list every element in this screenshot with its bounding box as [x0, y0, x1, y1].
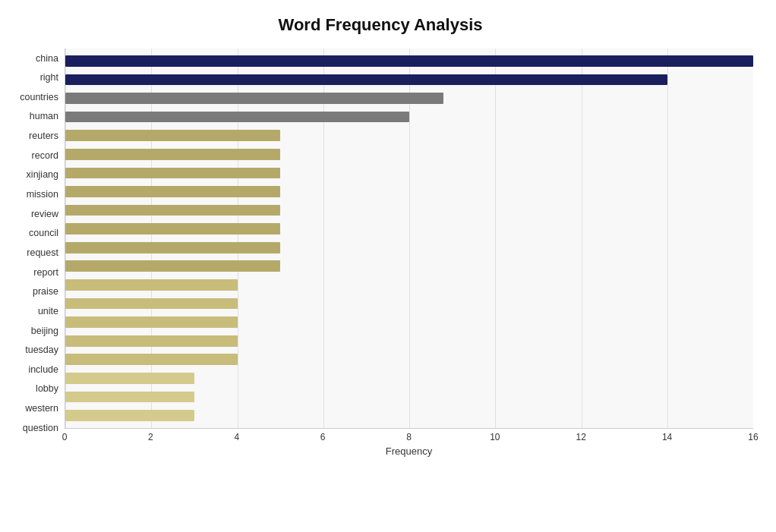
bar — [65, 168, 280, 179]
x-tick-label: 14 — [662, 432, 672, 442]
y-axis-label: report — [33, 268, 58, 278]
y-axis-label: praise — [33, 287, 58, 297]
y-axis-label: mission — [27, 190, 58, 200]
y-axis: chinarightcountrieshumanreutersrecordxin… — [8, 49, 65, 459]
bar-row — [65, 332, 753, 351]
bar-row — [65, 182, 753, 201]
bar — [65, 260, 280, 272]
y-axis-label: reuters — [29, 131, 58, 141]
bar-row — [65, 164, 753, 183]
bar-row — [65, 219, 753, 238]
bars-wrapper — [65, 49, 753, 429]
bar — [65, 335, 238, 347]
y-axis-label: right — [40, 73, 58, 83]
x-tick-label: 6 — [320, 432, 326, 442]
bar — [65, 74, 667, 86]
x-tick-label: 8 — [406, 432, 412, 442]
bar-row — [65, 257, 753, 276]
bar — [65, 392, 194, 403]
x-axis-label: Frequency — [65, 445, 753, 459]
x-tick-label: 2 — [148, 432, 153, 442]
y-axis-label: review — [31, 209, 58, 219]
x-tick-label: 10 — [490, 432, 500, 442]
y-axis-label: tuesday — [25, 345, 58, 355]
bar — [65, 130, 280, 141]
bar — [65, 186, 280, 197]
bar — [65, 316, 238, 328]
y-axis-label: human — [30, 112, 58, 121]
bar — [65, 242, 280, 253]
y-axis-label: request — [27, 248, 58, 258]
x-axis: Frequency 0246810121416 — [65, 429, 753, 459]
x-tick-label: 4 — [234, 432, 239, 442]
bar — [65, 298, 238, 310]
bar — [65, 279, 238, 291]
bar-row — [65, 369, 753, 388]
bar-row — [65, 388, 753, 407]
x-tick-label: 16 — [748, 432, 758, 442]
bars-inner — [65, 49, 753, 428]
y-axis-label: include — [28, 365, 58, 375]
bar-row — [65, 145, 753, 164]
bar-row — [65, 294, 753, 313]
bar-row — [65, 89, 753, 108]
bar — [65, 112, 409, 123]
bar-row — [65, 71, 753, 90]
bar-row — [65, 275, 753, 294]
bar — [65, 149, 280, 160]
bar — [65, 354, 238, 365]
bar — [65, 205, 280, 216]
x-tick-label: 0 — [62, 432, 68, 442]
bars-and-xaxis: Frequency 0246810121416 — [65, 49, 753, 459]
y-axis-label: beijing — [31, 326, 58, 336]
y-axis-label: western — [25, 404, 58, 414]
chart-title: Word Frequency Analysis — [8, 15, 753, 35]
bar — [65, 410, 194, 421]
bar-row — [65, 406, 753, 425]
chart-area: chinarightcountrieshumanreutersrecordxin… — [8, 49, 753, 459]
bar-row — [65, 52, 753, 71]
y-axis-label: record — [32, 151, 58, 161]
y-axis-label: countries — [20, 93, 58, 102]
bar-row — [65, 201, 753, 220]
bar-row — [65, 108, 753, 127]
bar — [65, 93, 443, 104]
y-axis-label: question — [23, 423, 58, 433]
y-axis-label: unite — [38, 307, 58, 316]
y-axis-label: lobby — [36, 384, 58, 394]
bar-row — [65, 351, 753, 370]
x-tick-label: 12 — [576, 432, 586, 442]
bar — [65, 373, 194, 384]
bar-row — [65, 238, 753, 257]
bar-row — [65, 126, 753, 145]
bar-row — [65, 313, 753, 332]
y-axis-label: xinjiang — [27, 170, 58, 180]
y-axis-label: council — [29, 228, 58, 238]
y-axis-label: china — [36, 54, 58, 64]
chart-container: Word Frequency Analysis chinarightcountr… — [0, 0, 776, 532]
bar — [65, 55, 753, 67]
bar — [65, 223, 280, 235]
